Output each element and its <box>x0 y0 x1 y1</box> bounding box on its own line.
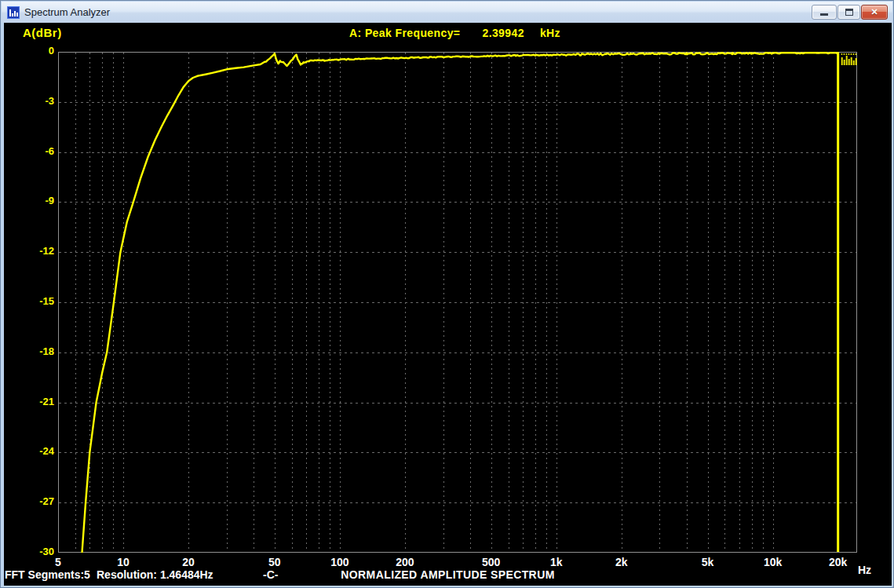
x-tick-label: 10k <box>764 556 782 568</box>
y-tick-label: -3 <box>4 95 54 107</box>
y-tick-label: -24 <box>4 445 54 457</box>
fft-segments-status: FFT Segments:5 <box>5 568 90 581</box>
app-window: Spectrum Analyzer ✕ A(dBr) A: Peak Frequ… <box>0 0 894 588</box>
y-tick-label: -6 <box>4 145 54 157</box>
x-tick-label: 1k <box>550 556 563 568</box>
window-title: Spectrum Analyzer <box>24 6 110 18</box>
horizontal-gridlines <box>59 103 856 503</box>
y-tick-label: -21 <box>4 396 54 407</box>
x-tick-label: 50 <box>268 556 281 568</box>
peak-frequency-value: 2.39942 <box>482 27 524 39</box>
close-icon: ✕ <box>870 8 878 16</box>
x-tick-label: 500 <box>482 556 500 568</box>
peak-frequency-readout: A: Peak Frequency=2.39942kHz <box>4 27 892 39</box>
x-tick-label: 20k <box>829 556 847 568</box>
peak-frequency-label: A: Peak Frequency= <box>349 27 460 39</box>
spectrum-plot[interactable] <box>58 52 857 553</box>
resolution-status: Resolution: 1.46484Hz <box>97 568 213 581</box>
x-tick-label: 5k <box>702 556 714 568</box>
x-tick-label: 10 <box>117 556 130 568</box>
app-icon <box>7 6 20 19</box>
y-tick-label: -9 <box>4 195 54 206</box>
y-tick-label: -30 <box>4 546 54 557</box>
y-tick-label: -27 <box>4 495 54 507</box>
y-tick-label: -18 <box>4 345 54 357</box>
spectrum-plot-canvas <box>58 52 857 553</box>
spectrum-mode-status: NORMALIZED AMPLITUDE SPECTRUM <box>341 568 554 581</box>
x-tick-label: 5 <box>55 556 61 568</box>
close-button[interactable]: ✕ <box>861 5 888 20</box>
coupling-status: -C- <box>263 568 278 581</box>
window-controls: ✕ <box>812 5 888 20</box>
maximize-icon <box>845 9 853 16</box>
title-bar[interactable]: Spectrum Analyzer ✕ <box>2 2 892 23</box>
minimize-button[interactable] <box>812 5 837 20</box>
y-tick-label: 0 <box>4 45 54 57</box>
residual-trace-marks <box>841 53 857 65</box>
x-tick-label: 200 <box>396 556 414 568</box>
x-tick-label: 100 <box>330 556 348 568</box>
maximize-button[interactable] <box>837 5 860 20</box>
spectrum-display-area: A(dBr) A: Peak Frequency=2.39942kHz 0-3-… <box>4 23 892 586</box>
status-bar: FFT Segments:5 Resolution: 1.46484Hz -C-… <box>4 568 892 583</box>
peak-frequency-unit: kHz <box>540 27 560 39</box>
y-tick-label: -12 <box>4 245 54 257</box>
y-tick-label: -15 <box>4 295 54 307</box>
minimize-icon <box>820 13 828 16</box>
x-tick-label: 20 <box>182 556 195 568</box>
x-tick-label: 2k <box>615 556 628 568</box>
